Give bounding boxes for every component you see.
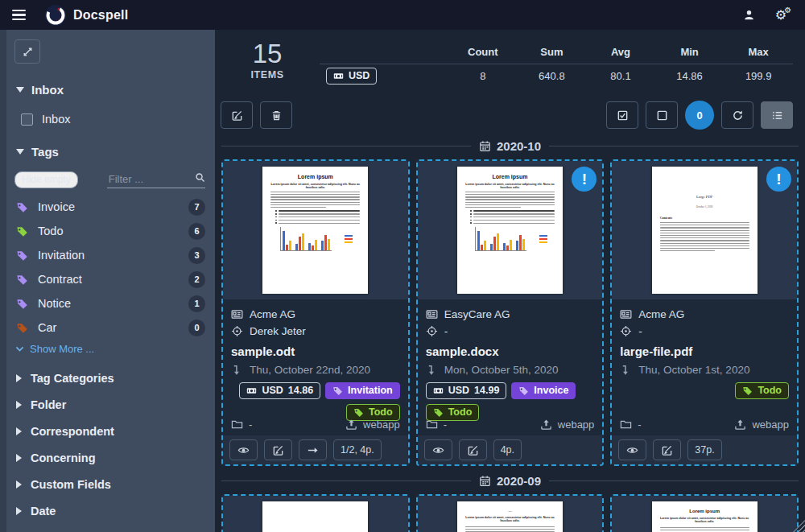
date-group-label: 2020-09: [497, 474, 541, 488]
money-icon: [246, 386, 257, 396]
sidebar-item-tag-categories[interactable]: Tag Categories: [16, 365, 205, 391]
item-preview[interactable]: — Lorem ipsum dolor sit amet, consectetu…: [418, 496, 603, 532]
caret-right-icon: [16, 374, 22, 382]
preview-eye-button[interactable]: [618, 439, 646, 460]
sidebar-tag-notice[interactable]: Notice 1: [16, 291, 205, 315]
preview-eye-button[interactable]: [424, 439, 452, 460]
tag-icon: [332, 386, 343, 396]
sidebar-tag-todo[interactable]: Todo 6: [16, 219, 205, 243]
preview-doc-date: October 1, 2020: [660, 205, 749, 208]
item-preview[interactable]: Keywords in PDF: [223, 496, 408, 532]
tag-filter-input[interactable]: [107, 171, 205, 188]
tag-icon: [742, 386, 753, 396]
item-date-row: Thu, October 22nd, 2020: [231, 364, 400, 376]
crosshair-person-icon: [620, 325, 632, 337]
items-count-value: 15: [215, 39, 320, 68]
preview-doc-text: Lorem ipsum dolor sit amet, consectetur …: [465, 183, 555, 190]
preview-doc-title: Lorem ipsum: [465, 174, 555, 179]
crosshair-person-icon: [426, 325, 438, 337]
tag-badge-label: Todo: [758, 385, 782, 396]
upload-icon: [345, 419, 357, 431]
item-toolbar: 0: [215, 101, 805, 130]
stat-header-count: Count: [448, 46, 518, 58]
hide-empty-button[interactable]: Hide empty: [14, 171, 78, 188]
item-card-lorem-doc[interactable]: — Lorem ipsum dolor sit amet, consectetu…: [416, 494, 605, 532]
sidebar-scrollbar[interactable]: [0, 30, 6, 532]
inbox-checkbox[interactable]: [21, 113, 33, 126]
item-date: Thu, October 1st, 2020: [638, 364, 749, 376]
item-card-lorem-doc-2[interactable]: Lorem ipsum Lorem ipsum dolor sit amet, …: [610, 494, 799, 532]
stat-header-avg: Avg: [586, 46, 655, 58]
item-preview[interactable]: Lorem ipsum Lorem ipsum dolor sit amet, …: [223, 161, 408, 299]
sidebar-item-concerning[interactable]: Concerning: [16, 444, 205, 471]
user-icon[interactable]: [736, 3, 762, 27]
show-more-label: Show More ...: [30, 343, 94, 355]
item-preview[interactable]: Lorem ipsum Lorem ipsum dolor sit amet, …: [612, 496, 797, 532]
tag-badge-invitation[interactable]: Invitation: [325, 382, 400, 399]
caret-right-icon: [16, 427, 22, 435]
edit-item-button[interactable]: [653, 439, 681, 460]
item-name[interactable]: sample.docx: [426, 344, 595, 358]
item-name[interactable]: sample.odt: [231, 344, 400, 358]
edit-item-button[interactable]: [264, 439, 292, 460]
sidebar-tag-contract[interactable]: Contract 2: [16, 267, 205, 291]
select-none-button[interactable]: [646, 101, 678, 129]
item-name[interactable]: large-file.pdf: [620, 344, 789, 358]
sidebar-item-custom-fields[interactable]: Custom Fields: [16, 471, 205, 497]
caret-down-icon: [16, 87, 24, 93]
preview-doc-text: Lorem ipsum dolor sit amet, consectetur …: [270, 183, 360, 190]
stat-value-max: 199.9: [724, 70, 793, 82]
concerning-row: Derek Jeter: [231, 323, 400, 340]
tag-label: Invitation: [38, 249, 85, 262]
refresh-button[interactable]: [721, 101, 753, 129]
concerning-row: -: [426, 323, 595, 340]
tag-icon: [16, 225, 28, 237]
inbox-filter-checkbox-row[interactable]: Inbox: [21, 113, 205, 126]
correspondent-row: Acme AG: [231, 306, 400, 323]
tag-badge-todo[interactable]: Todo: [735, 382, 789, 399]
preview-doc-text: Lorem ipsum dolor sit amet, consectetur …: [465, 516, 555, 523]
expand-search-menu-button[interactable]: [14, 39, 40, 64]
sidebar-item-correspondent[interactable]: Correspondent: [16, 418, 205, 444]
date-group-label: 2020-10: [497, 139, 541, 153]
menu-icon[interactable]: [0, 0, 37, 30]
id-card-icon: [231, 308, 243, 320]
next-attachment-button[interactable]: [299, 439, 327, 460]
item-card-sample-docx[interactable]: ! Lorem ipsum Lorem ipsum dolor sit amet…: [416, 159, 605, 466]
folder-icon: [620, 419, 632, 431]
settings-cogs-icon[interactable]: ⚙⚙: [768, 3, 794, 27]
item-card-keywords-pdf[interactable]: Keywords in PDF: [221, 494, 410, 532]
tags-section-header[interactable]: Tags: [16, 145, 205, 159]
card-footer: 37p.: [612, 435, 797, 464]
sidebar-tag-car[interactable]: Car 0: [16, 315, 205, 340]
trash-button[interactable]: [260, 101, 292, 129]
item-card-large-file-pdf[interactable]: ! Large PDF October 1, 2020 Contents Acm…: [610, 159, 799, 466]
item-card-sample-odt[interactable]: Lorem ipsum Lorem ipsum dolor sit amet, …: [221, 159, 410, 466]
edit-item-button[interactable]: [459, 439, 487, 460]
docspell-logo[interactable]: [45, 5, 66, 26]
list-view-button[interactable]: [761, 101, 793, 129]
caret-right-icon: [16, 401, 22, 409]
sidebar-tag-invitation[interactable]: Invitation 3: [16, 243, 205, 267]
sidebar-item-folder[interactable]: Folder: [16, 391, 205, 418]
sidebar-item-date[interactable]: Date: [16, 497, 205, 524]
tags-header-label: Tags: [31, 145, 59, 159]
calendar-icon: [479, 475, 491, 487]
tag-count-badge: 0: [188, 320, 205, 336]
amount-badge: USD 14.99: [426, 382, 507, 399]
amount-currency: USD: [448, 385, 469, 396]
preview-doc-title: Lorem ipsum: [270, 174, 360, 179]
folder-source-row: - webapp: [620, 419, 789, 431]
sidebar-tag-invoice[interactable]: Invoice 7: [16, 195, 205, 219]
select-all-button[interactable]: [606, 101, 638, 129]
tag-count-badge: 7: [188, 199, 205, 216]
sidebar-item-due-date[interactable]: Due Date: [16, 524, 205, 532]
preview-eye-button[interactable]: [229, 439, 258, 460]
selected-count-badge[interactable]: 0: [685, 101, 714, 130]
show-more-link[interactable]: Show More ...: [14, 343, 205, 355]
tag-badge-invoice[interactable]: Invoice: [511, 382, 576, 399]
edit-mode-button[interactable]: [221, 101, 253, 129]
inbox-section-header[interactable]: Inbox: [16, 83, 205, 97]
tag-icon: [16, 298, 28, 310]
tag-count-badge: 1: [188, 295, 205, 312]
